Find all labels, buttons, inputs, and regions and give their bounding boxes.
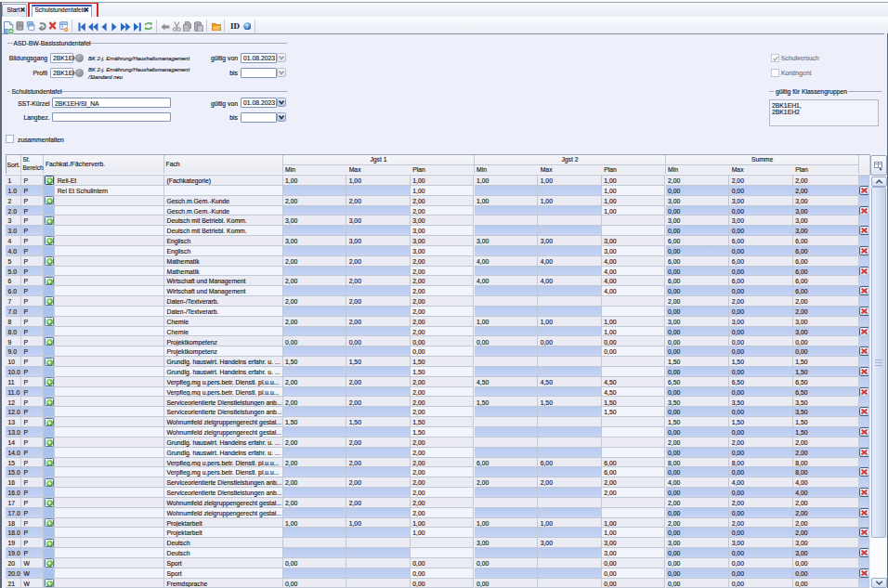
svg-text:?: ? bbox=[245, 23, 248, 29]
